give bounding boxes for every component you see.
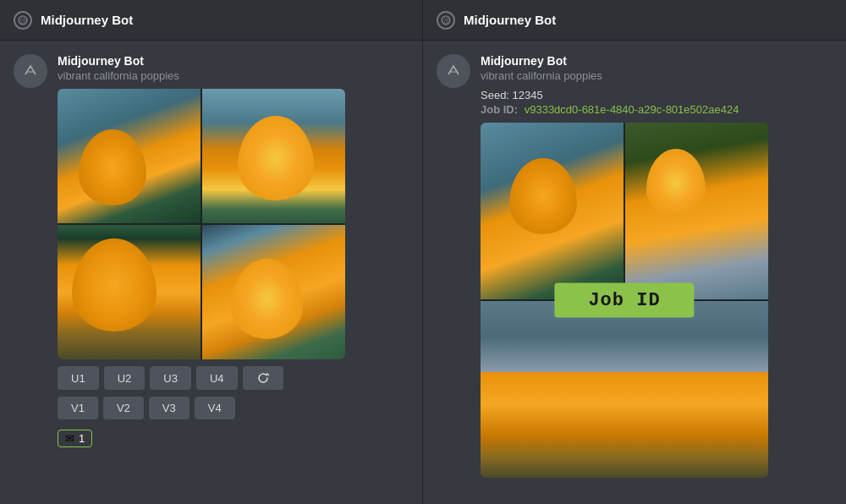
left-header-icon: @	[14, 11, 32, 30]
seed-label: Seed:	[481, 89, 509, 101]
left-message-block: Midjourney Bot vibrant california poppie…	[14, 54, 409, 447]
svg-text:@: @	[442, 17, 449, 25]
upscale-buttons-row: U1 U2 U3 U4	[58, 366, 409, 390]
left-bot-avatar	[14, 54, 47, 88]
right-header-icon: @	[437, 11, 455, 30]
left-panel: @ Midjourney Bot Midjourney Bot vibrant …	[0, 0, 423, 504]
left-message-subtitle: vibrant california poppies	[58, 69, 409, 82]
envelope-icon: ✉	[65, 432, 74, 445]
right-bot-avatar	[437, 54, 470, 88]
image-grid-cell-br	[202, 225, 345, 359]
right-panel-header: @ Midjourney Bot	[423, 0, 846, 41]
v3-button[interactable]: V3	[149, 397, 190, 419]
image-grid-cell-tl	[58, 89, 201, 223]
right-header-title: Midjourney Bot	[464, 13, 556, 27]
svg-text:@: @	[19, 17, 26, 25]
seed-value: 12345	[513, 89, 543, 101]
v4-button[interactable]: V4	[195, 397, 235, 419]
right-message-author: Midjourney Bot	[481, 54, 832, 68]
right-panel-content: Midjourney Bot vibrant california poppie…	[423, 41, 846, 504]
right-panel: @ Midjourney Bot Midjourney Bot vibrant …	[423, 0, 846, 504]
jobid-info: Job ID: v9333dcd0-681e-4840-a29c-801e502…	[481, 103, 832, 116]
v1-button[interactable]: V1	[58, 397, 98, 419]
right-message-subtitle: vibrant california poppies	[481, 69, 832, 82]
right-message-content: Midjourney Bot vibrant california poppie…	[481, 54, 832, 478]
jobid-value: v9333dcd0-681e-4840-a29c-801e502ae424	[525, 103, 739, 116]
left-image-grid	[58, 89, 345, 359]
reaction-badge[interactable]: ✉ 1	[58, 430, 92, 447]
seed-info: Seed: 12345	[481, 89, 832, 101]
left-message-content: Midjourney Bot vibrant california poppie…	[58, 54, 409, 447]
left-message-author: Midjourney Bot	[58, 54, 409, 68]
right-image-cell-tl	[481, 123, 624, 299]
image-grid-cell-tr	[202, 89, 345, 223]
right-image-container: Job ID	[481, 123, 768, 478]
u4-button[interactable]: U4	[196, 366, 238, 390]
job-id-overlay-text: Job ID	[588, 290, 660, 311]
jobid-label: Job ID:	[481, 103, 518, 116]
u2-button[interactable]: U2	[104, 366, 146, 390]
left-panel-header: @ Midjourney Bot	[0, 0, 422, 41]
right-message-block: Midjourney Bot vibrant california poppie…	[437, 54, 832, 478]
right-image-cell-bottom	[481, 301, 768, 478]
left-header-title: Midjourney Bot	[41, 13, 133, 27]
u3-button[interactable]: U3	[150, 366, 191, 390]
svg-point-2	[21, 62, 40, 80]
variation-buttons-row: V1 V2 V3 V4	[58, 397, 409, 419]
svg-point-5	[444, 62, 463, 80]
job-id-overlay: Job ID	[554, 283, 694, 318]
refresh-icon	[256, 371, 270, 385]
refresh-button[interactable]	[243, 366, 283, 390]
reaction-count: 1	[79, 432, 85, 445]
right-image-top-row	[481, 123, 768, 299]
u1-button[interactable]: U1	[58, 366, 99, 390]
right-image-cell-tr	[625, 123, 768, 299]
message-footer: ✉ 1	[58, 430, 409, 447]
image-grid-cell-bl	[58, 225, 201, 359]
v2-button[interactable]: V2	[103, 397, 144, 419]
left-panel-content: Midjourney Bot vibrant california poppie…	[0, 41, 422, 504]
